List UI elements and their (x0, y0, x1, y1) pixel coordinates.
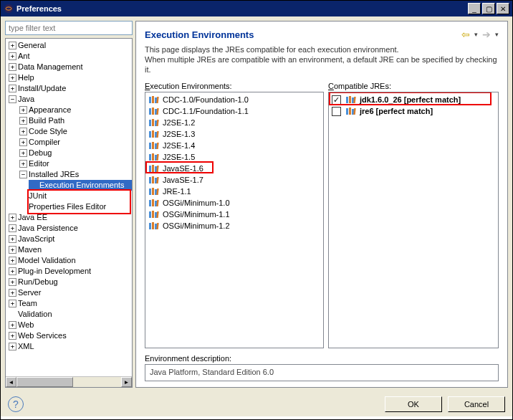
nav-back-icon[interactable]: ⇦ (461, 29, 470, 40)
tree-item[interactable]: Java EE (18, 212, 47, 223)
minimize-button[interactable]: _ (468, 3, 481, 14)
tree-item[interactable]: Web Services (18, 330, 67, 341)
tree-item[interactable]: Run/Debug (18, 277, 58, 287)
library-icon (148, 106, 160, 116)
svg-rect-18 (149, 143, 151, 149)
svg-rect-26 (149, 166, 151, 172)
tree-item[interactable]: Compiler (29, 137, 60, 148)
close-button[interactable]: ✕ (497, 3, 509, 14)
tree-item[interactable]: Ant (18, 51, 30, 62)
ee-item[interactable]: J2SE-1.5 (147, 151, 323, 163)
library-icon (148, 152, 160, 162)
eclipse-icon (4, 4, 14, 14)
ee-item[interactable]: J2SE-1.4 (147, 140, 323, 151)
tree-item[interactable]: Help (18, 72, 34, 83)
window-titlebar: Preferences _ ▢ ✕ (1, 1, 512, 16)
svg-rect-7 (152, 108, 154, 115)
svg-rect-31 (152, 176, 154, 183)
tree-item[interactable]: Debug (29, 148, 52, 158)
tree-item[interactable]: Validation (18, 309, 52, 320)
tree-item[interactable]: Build Path (29, 115, 64, 126)
library-icon (148, 175, 160, 185)
svg-rect-23 (152, 153, 154, 161)
library-icon (148, 186, 160, 196)
svg-rect-3 (152, 96, 154, 103)
svg-rect-39 (152, 199, 154, 206)
svg-rect-6 (149, 108, 151, 115)
ee-item[interactable]: OSGi/Minimum-1.1 (147, 209, 323, 220)
page-description: This page displays the JREs compatible f… (145, 44, 499, 75)
svg-rect-38 (149, 200, 151, 206)
tree-item[interactable]: Data Management (18, 62, 83, 72)
tree-item[interactable]: Appearance (29, 105, 71, 115)
library-icon (345, 95, 357, 105)
svg-rect-43 (152, 211, 154, 218)
svg-rect-27 (152, 165, 154, 172)
ee-item[interactable]: CDC-1.1/Foundation-1.1 (147, 105, 323, 117)
svg-rect-42 (149, 211, 151, 218)
tree-item[interactable]: Maven (18, 244, 42, 255)
ee-item[interactable]: J2SE-1.3 (147, 128, 323, 140)
jre-item[interactable]: ✓ jdk1.6.0_26 [perfect match] (330, 94, 498, 105)
library-icon (148, 209, 160, 219)
ee-listbox[interactable]: CDC-1.0/Foundation-1.0 CDC-1.1/Foundatio… (145, 92, 324, 348)
tree-item[interactable]: Properties Files Editor (29, 201, 106, 212)
tree-item[interactable]: General (18, 40, 46, 51)
horizontal-scrollbar[interactable]: ◄► (6, 376, 132, 387)
ok-button[interactable]: OK (385, 396, 442, 412)
ee-item[interactable]: CDC-1.0/Foundation-1.0 (147, 94, 323, 105)
jre-checkbox[interactable] (332, 107, 341, 116)
svg-rect-35 (152, 188, 154, 195)
tree-item[interactable]: Plug-in Development (18, 266, 91, 277)
svg-rect-19 (152, 142, 154, 149)
nav-back-menu[interactable]: ▾ (474, 31, 478, 38)
ee-item-selected[interactable]: JavaSE-1.6 (147, 163, 323, 174)
tree-item[interactable]: Server (18, 287, 41, 298)
env-desc-label: Environment description: (145, 354, 499, 363)
tree-item[interactable]: Java (18, 94, 34, 105)
tree-item[interactable]: Installed JREs (29, 169, 79, 180)
jre-item[interactable]: jre6 [perfect match] (330, 105, 498, 117)
library-icon (148, 95, 160, 105)
jre-listbox[interactable]: ✓ jdk1.6.0_26 [perfect match] jre6 [perf… (328, 92, 499, 348)
tree-item[interactable]: JavaScript (18, 234, 54, 244)
svg-rect-54 (346, 108, 348, 115)
tree-item[interactable]: Code Style (29, 126, 67, 137)
nav-forward-menu[interactable]: ▾ (495, 31, 499, 38)
ee-item[interactable]: JRE-1.1 (147, 186, 323, 197)
tree-item[interactable]: Web (18, 320, 34, 330)
svg-rect-46 (149, 223, 151, 229)
ee-item[interactable]: JavaSE-1.7 (147, 174, 323, 186)
tree-item[interactable]: Team (18, 298, 37, 309)
tree-item[interactable]: XML (18, 341, 34, 352)
library-icon (148, 118, 160, 128)
cancel-button[interactable]: Cancel (448, 396, 505, 412)
library-icon (148, 198, 160, 208)
svg-rect-15 (152, 130, 154, 138)
env-desc-value: Java Platform, Standard Edition 6.0 (145, 364, 499, 381)
svg-rect-50 (346, 97, 348, 103)
svg-rect-34 (149, 188, 151, 195)
tree-item[interactable]: Java Persistence (18, 223, 78, 234)
ee-item[interactable]: OSGi/Minimum-1.2 (147, 220, 323, 232)
jre-checkbox[interactable]: ✓ (332, 95, 341, 105)
jre-list-label: Compatible JREs: (328, 82, 499, 90)
tree-item[interactable]: Editor (29, 158, 49, 169)
tree-item[interactable]: Install/Update (18, 83, 66, 94)
preferences-tree[interactable]: +General +Ant +Data Management +Help +In… (5, 38, 133, 388)
svg-rect-47 (152, 222, 154, 229)
tree-item-execution-environments[interactable]: Execution Environments (29, 180, 132, 191)
filter-input[interactable] (5, 21, 133, 35)
nav-forward-icon[interactable]: ➔ (482, 29, 491, 40)
ee-item[interactable]: J2SE-1.2 (147, 117, 323, 128)
ee-list-label: Execution Environments: (145, 82, 324, 90)
library-icon (345, 106, 357, 116)
svg-rect-11 (152, 119, 154, 126)
ee-item[interactable]: OSGi/Minimum-1.0 (147, 197, 323, 209)
library-icon (148, 129, 160, 139)
tree-item[interactable]: Model Validation (18, 255, 76, 266)
tree-item[interactable]: JUnit (29, 191, 47, 201)
help-icon[interactable]: ? (8, 396, 24, 412)
maximize-button[interactable]: ▢ (482, 3, 495, 14)
svg-rect-55 (349, 108, 351, 115)
